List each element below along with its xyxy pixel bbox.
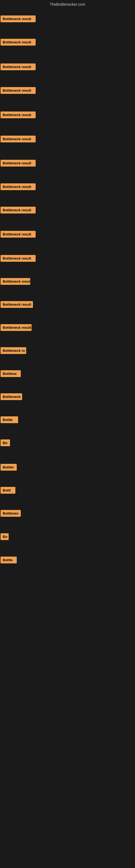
bottleneck-badge-7[interactable]: Bottleneck result [1,160,36,166]
bottleneck-badge-2[interactable]: Bottleneck result [1,39,36,45]
bottleneck-badge-15[interactable]: Bottleneck re [1,347,26,354]
bottleneck-badge-10[interactable]: Bottleneck result [1,231,36,238]
bottleneck-badge-23[interactable]: Bo [1,533,9,540]
bottleneck-badge-4[interactable]: Bottleneck result [1,87,36,94]
bottleneck-badge-6[interactable]: Bottleneck result [1,135,36,143]
bottleneck-badge-14[interactable]: Bottleneck result [1,324,32,331]
bottleneck-badge-1[interactable]: Bottleneck result [1,16,36,22]
bottleneck-badge-17[interactable]: Bottleneck [1,393,22,400]
site-header: TheBottlenecker.com [0,0,135,10]
bottleneck-badge-19[interactable]: Bo [1,439,10,446]
bottleneck-badge-12[interactable]: Bottleneck result [1,278,30,285]
bottleneck-badge-20[interactable]: Bottler [1,464,17,471]
bottleneck-badge-9[interactable]: Bottleneck result [1,207,36,214]
bottleneck-badge-13[interactable]: Bottleneck result [1,301,33,308]
bottleneck-badge-21[interactable]: Bottl [1,487,15,494]
bottleneck-badge-8[interactable]: Bottleneck result [1,183,36,190]
bottleneck-badge-11[interactable]: Bottleneck result [1,255,36,262]
bottleneck-badge-24[interactable]: Bottle [1,557,17,563]
bottleneck-badge-18[interactable]: Bottle [1,416,18,423]
bottleneck-badge-16[interactable]: Bottlene [1,370,21,377]
bottleneck-badge-22[interactable]: Bottlenec [1,510,21,517]
bottleneck-badge-3[interactable]: Bottleneck result [1,63,36,70]
bottleneck-badge-5[interactable]: Bottleneck result [1,112,36,118]
site-title: TheBottlenecker.com [50,2,85,6]
